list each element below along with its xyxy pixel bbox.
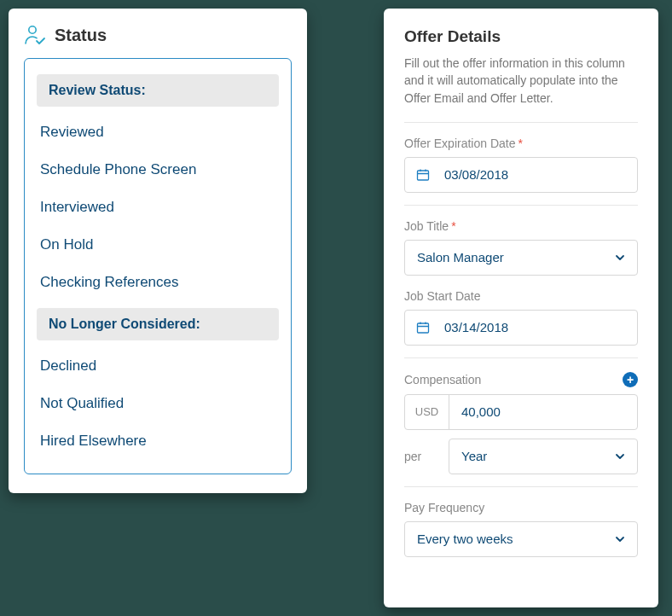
divider xyxy=(404,122,638,123)
offer-details-card: Offer Details Fill out the offer informa… xyxy=(384,9,658,607)
job-title-value: Salon Manager xyxy=(405,250,603,264)
status-option-reviewed[interactable]: Reviewed xyxy=(37,113,279,151)
status-header: Status xyxy=(24,24,292,46)
add-compensation-button[interactable]: + xyxy=(623,372,638,387)
calendar-icon xyxy=(405,321,441,334)
status-option-hired-elsewhere[interactable]: Hired Elsewhere xyxy=(37,422,279,460)
job-start-date-input[interactable]: 03/14/2018 xyxy=(404,310,638,346)
offer-title: Offer Details xyxy=(404,27,638,46)
divider xyxy=(404,357,638,358)
status-box: Review Status: Reviewed Schedule Phone S… xyxy=(24,58,292,474)
status-option-not-qualified[interactable]: Not Qualified xyxy=(37,385,279,422)
chevron-down-icon xyxy=(603,450,637,462)
status-card: Status Review Status: Reviewed Schedule … xyxy=(9,9,307,493)
compensation-period-value: Year xyxy=(449,449,603,463)
job-title-select[interactable]: Salon Manager xyxy=(404,240,638,276)
status-option-checking-references[interactable]: Checking References xyxy=(37,264,279,301)
compensation-amount-value: 40,000 xyxy=(449,404,637,419)
compensation-label: Compensation + xyxy=(404,372,638,387)
pay-frequency-label: Pay Frequency xyxy=(404,501,638,514)
status-title: Status xyxy=(55,26,107,45)
divider xyxy=(404,205,638,206)
job-start-date-value: 03/14/2018 xyxy=(441,320,637,334)
status-option-schedule-phone-screen[interactable]: Schedule Phone Screen xyxy=(37,151,279,189)
chevron-down-icon xyxy=(603,252,637,264)
status-option-on-hold[interactable]: On Hold xyxy=(37,226,279,264)
compensation-amount-input[interactable]: USD 40,000 xyxy=(404,394,638,430)
status-option-interviewed[interactable]: Interviewed xyxy=(37,189,279,226)
job-start-date-label: Job Start Date xyxy=(404,289,638,303)
offer-expiration-label: Offer Expiration Date* xyxy=(404,137,638,150)
offer-expiration-value: 03/08/2018 xyxy=(441,167,637,182)
svg-point-0 xyxy=(29,26,36,33)
group-review-status: Review Status: xyxy=(37,74,279,107)
pay-frequency-select[interactable]: Every two weeks xyxy=(404,521,638,557)
job-title-label: Job Title* xyxy=(404,219,638,233)
person-status-icon xyxy=(24,24,46,46)
offer-expiration-input[interactable]: 03/08/2018 xyxy=(404,157,638,193)
pay-frequency-value: Every two weeks xyxy=(405,532,603,546)
svg-rect-5 xyxy=(418,323,429,333)
per-label: per xyxy=(404,450,437,463)
divider xyxy=(404,486,638,487)
svg-rect-1 xyxy=(418,171,429,180)
compensation-period-select[interactable]: Year xyxy=(449,439,638,474)
group-no-longer-considered: No Longer Considered: xyxy=(37,308,279,340)
offer-description: Fill out the offer information in this c… xyxy=(404,55,638,107)
status-option-declined[interactable]: Declined xyxy=(37,347,279,385)
calendar-icon xyxy=(405,168,441,182)
compensation-period-row: per Year xyxy=(404,439,638,474)
currency-prefix: USD xyxy=(405,395,449,429)
chevron-down-icon xyxy=(603,533,637,545)
